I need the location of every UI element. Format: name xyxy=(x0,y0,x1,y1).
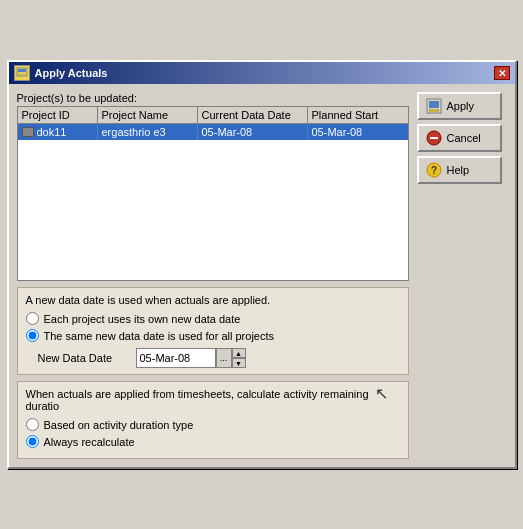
svg-rect-5 xyxy=(429,109,439,112)
apply-actuals-window: Apply Actuals ✕ Project(s) to be updated… xyxy=(7,60,517,469)
projects-table: Project ID Project Name Current Data Dat… xyxy=(17,106,409,281)
cell-project-id: dok11 xyxy=(18,124,98,140)
left-panel: Project(s) to be updated: Project ID Pro… xyxy=(17,92,409,459)
svg-rect-4 xyxy=(429,101,439,108)
radio-always-recalc[interactable] xyxy=(26,435,39,448)
cancel-button[interactable]: Cancel xyxy=(417,124,502,152)
date-browse-button[interactable]: ... xyxy=(216,348,232,368)
radio-activity-type-label[interactable]: Based on activity duration type xyxy=(26,418,400,431)
cell-planned-start: 05-Mar-08 xyxy=(308,124,408,140)
col-project-name: Project Name xyxy=(98,107,198,123)
right-panel: Apply Cancel ? Help xyxy=(417,92,507,459)
cancel-icon xyxy=(425,129,443,147)
help-button[interactable]: ? Help xyxy=(417,156,502,184)
cell-project-name: ergasthrio e3 xyxy=(98,124,198,140)
svg-text:?: ? xyxy=(430,165,436,176)
date-input-wrapper: ... ▲ ▼ xyxy=(136,348,246,368)
col-project-id: Project ID xyxy=(18,107,98,123)
radio-always-recalc-label[interactable]: Always recalculate xyxy=(26,435,400,448)
radio-own-date-label[interactable]: Each project uses its own new data date xyxy=(26,312,400,325)
cell-current-data-date: 05-Mar-08 xyxy=(198,124,308,140)
col-planned-start: Planned Start xyxy=(308,107,408,123)
col-current-data-date: Current Data Date xyxy=(198,107,308,123)
table-row[interactable]: dok11 ergasthrio e3 05-Mar-08 05-Mar-08 xyxy=(18,124,408,140)
window-title: Apply Actuals xyxy=(35,67,489,79)
help-icon: ? xyxy=(425,161,443,179)
radio-own-date[interactable] xyxy=(26,312,39,325)
project-icon xyxy=(22,127,34,137)
recalculate-description: When actuals are applied from timesheets… xyxy=(26,388,400,412)
table-header: Project ID Project Name Current Data Dat… xyxy=(18,107,408,124)
cursor-icon: ↖ xyxy=(375,384,388,403)
date-spin: ▲ ▼ xyxy=(232,348,246,368)
apply-button[interactable]: Apply xyxy=(417,92,502,120)
title-bar: Apply Actuals ✕ xyxy=(9,62,515,84)
radio-same-date[interactable] xyxy=(26,329,39,342)
close-button[interactable]: ✕ xyxy=(494,66,510,80)
main-content: Project(s) to be updated: Project ID Pro… xyxy=(9,84,515,467)
window-icon xyxy=(14,65,30,81)
data-date-description: A new data date is used when actuals are… xyxy=(26,294,400,306)
data-date-section: A new data date is used when actuals are… xyxy=(17,287,409,375)
table-section: Project(s) to be updated: Project ID Pro… xyxy=(17,92,409,281)
radio-activity-type[interactable] xyxy=(26,418,39,431)
table-section-label: Project(s) to be updated: xyxy=(17,92,409,104)
radio-same-date-label[interactable]: The same new data date is used for all p… xyxy=(26,329,400,342)
apply-icon xyxy=(425,97,443,115)
date-row: New Data Date ... ▲ ▼ xyxy=(38,348,400,368)
spin-down-button[interactable]: ▼ xyxy=(232,358,246,368)
recalculate-section: When actuals are applied from timesheets… xyxy=(17,381,409,459)
date-input[interactable] xyxy=(136,348,216,368)
new-data-date-label: New Data Date xyxy=(38,352,128,364)
svg-rect-1 xyxy=(18,69,26,72)
spin-up-button[interactable]: ▲ xyxy=(232,348,246,358)
